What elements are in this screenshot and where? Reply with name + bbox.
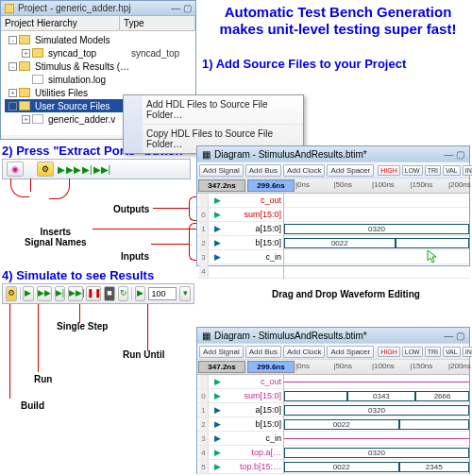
tree-item[interactable]: -Simulated Models	[5, 33, 195, 46]
toolbar-button[interactable]: Add Clock	[283, 346, 325, 358]
signal-name-row[interactable]: 3▶c_in	[197, 250, 283, 264]
stop-button[interactable]: ■	[104, 286, 115, 301]
signal-name-row[interactable]: 0▶sum[15:0]	[197, 389, 283, 403]
bus-segment[interactable]: 0320	[284, 405, 469, 416]
signal-name-row[interactable]: 0▶sum[15:0]	[197, 208, 283, 222]
level-button[interactable]: LOW	[402, 347, 423, 357]
signal-name-row[interactable]: 1▶a[15:0]	[197, 222, 283, 236]
signal-lane[interactable]: 00222345	[284, 460, 469, 474]
level-button[interactable]: TRI	[425, 347, 441, 357]
tree-item[interactable]: -Stimulus & Results (…	[5, 60, 195, 73]
signal-lane[interactable]	[284, 208, 469, 222]
bus-segment[interactable]: 0022	[284, 419, 399, 430]
step-over-button[interactable]: ▶▶|	[68, 286, 83, 301]
time-cursor-b[interactable]: 299.6ns	[247, 179, 295, 192]
signal-lane[interactable]: 0022	[284, 417, 469, 432]
bus-segment[interactable]: 0320	[284, 224, 469, 234]
window-controls-icon[interactable]: — ▢	[444, 331, 464, 341]
bus-segment[interactable]: 0343	[347, 391, 416, 401]
level-button[interactable]: TRI	[425, 165, 441, 176]
signal-name-row[interactable]: 3▶c_in	[197, 432, 283, 446]
toolbar-button[interactable]: Add Bus	[245, 164, 281, 177]
time-cursor-a[interactable]: 347.2ns	[198, 361, 245, 373]
pause-button[interactable]: ❚❚	[86, 286, 101, 301]
build-button[interactable]: ⚙	[6, 286, 17, 301]
signal-lane[interactable]: 0320	[284, 222, 469, 236]
toolbar-button[interactable]: Add Bus	[245, 346, 281, 358]
play-icon[interactable]: ▶▶	[66, 164, 81, 175]
project-titlebar[interactable]: Project - generic_adder.hpj — ▢	[1, 1, 195, 16]
play-icon[interactable]: ▶	[58, 164, 65, 175]
level-button[interactable]: HIGH	[378, 165, 400, 176]
waveform-titlebar[interactable]: ▦Diagram - StimulusAndResults.btim*— ▢	[197, 328, 469, 343]
tree-item[interactable]: +syncad_topsyncad_top	[5, 46, 195, 60]
run-button[interactable]: ▶	[23, 286, 34, 301]
play-icon[interactable]: ▶▶|	[93, 164, 111, 175]
level-button[interactable]: VAL	[443, 165, 461, 176]
expand-icon[interactable]: -	[8, 36, 17, 44]
signal-lane[interactable]	[284, 194, 469, 208]
signal-name-row[interactable]: ▶c_out	[197, 194, 283, 208]
signal-lane[interactable]	[284, 264, 469, 279]
bus-segment[interactable]	[284, 391, 347, 401]
signal-lane[interactable]	[284, 432, 469, 446]
toolbar-button[interactable]: Add Clock	[283, 164, 325, 177]
toolbar-button[interactable]: Add Signal	[199, 164, 244, 177]
expand-icon[interactable]: -	[8, 102, 17, 110]
context-menu-item[interactable]: Add HDL Files to Source File Folder…	[124, 95, 303, 125]
play-icon[interactable]: ▶|	[82, 164, 93, 175]
step-button[interactable]: ▶|	[55, 286, 66, 301]
signal-lane[interactable]: 0320	[284, 403, 469, 417]
level-button[interactable]: INVal	[463, 347, 472, 357]
bus-segment[interactable]	[399, 419, 469, 430]
signal-lane[interactable]: 0022	[284, 236, 469, 250]
signal-name-row[interactable]: 1▶a[15:0]	[197, 403, 283, 417]
dropdown-button[interactable]: ▾	[179, 286, 191, 301]
bus-segment[interactable]: 0022	[284, 238, 396, 248]
time-cursor-a[interactable]: 347.2ns	[198, 179, 245, 192]
tool-button-1[interactable]: ⚙	[37, 162, 54, 177]
window-controls-icon[interactable]: — ▢	[444, 149, 464, 160]
bus-segment[interactable]: 2345	[399, 462, 469, 472]
signal-lane[interactable]	[284, 250, 469, 264]
signal-name-row[interactable]: ▶c_out	[197, 375, 283, 389]
bus-segment[interactable]	[396, 238, 469, 248]
expand-icon[interactable]	[22, 76, 30, 84]
signal-name-row[interactable]: 2▶b[15:0]	[197, 236, 283, 250]
level-button[interactable]: VAL	[443, 347, 461, 357]
expand-icon[interactable]: +	[22, 49, 30, 58]
toolbar-button[interactable]: Add Signal	[199, 346, 244, 358]
signal-name-row[interactable]: 4	[197, 264, 283, 279]
toolbar-button[interactable]: Add Spacer	[327, 164, 374, 177]
extract-ports-button[interactable]: ◉	[7, 162, 24, 177]
bus-segment[interactable]: 0022	[284, 462, 399, 472]
signal-name-row[interactable]: 2▶b[15:0]	[197, 417, 283, 432]
waveform-titlebar[interactable]: ▦Diagram - StimulusAndResults.btim*— ▢	[197, 146, 469, 162]
time-ruler[interactable]: 347.2ns299.6ns|0ns|50ns|100ns|150ns|200n…	[197, 360, 469, 375]
expand-icon[interactable]: +	[8, 89, 17, 97]
time-ruler[interactable]: 347.2ns299.6ns|0ns|50ns|100ns|150ns|200n…	[197, 178, 469, 194]
window-controls-icon[interactable]: — ▢	[171, 3, 192, 13]
run-fast-button[interactable]: ▶▶	[37, 286, 52, 301]
signal-lanes[interactable]: 0343266603200022032000222345	[284, 375, 469, 474]
level-button[interactable]: LOW	[402, 165, 423, 176]
level-button[interactable]: INVal	[463, 165, 472, 176]
signal-lane[interactable]: 03432666	[284, 389, 469, 403]
signal-lanes[interactable]: 03200022	[284, 194, 469, 279]
bus-segment[interactable]: 0320	[284, 448, 469, 458]
expand-icon[interactable]: -	[8, 62, 17, 71]
signal-name-row[interactable]: 5▶top.b[15:…	[197, 460, 283, 474]
bus-segment[interactable]: 2666	[415, 391, 469, 401]
signal-name-row[interactable]: 4▶top.a[…	[197, 446, 283, 460]
toolbar-button[interactable]: Add Spacer	[327, 346, 374, 358]
level-button[interactable]: HIGH	[378, 347, 400, 357]
run-until-input[interactable]	[148, 287, 177, 300]
signal-lane[interactable]: 0320	[284, 446, 469, 460]
col-hierarchy[interactable]: Project Hierarchy	[1, 16, 120, 30]
signal-lane[interactable]	[284, 375, 469, 389]
tree-item[interactable]: simulation.log	[5, 73, 195, 86]
time-cursor-b[interactable]: 299.6ns	[247, 361, 295, 373]
run-until-button[interactable]: ▶	[135, 286, 146, 301]
restart-button[interactable]: ↻	[118, 286, 129, 301]
expand-icon[interactable]: +	[22, 115, 30, 124]
